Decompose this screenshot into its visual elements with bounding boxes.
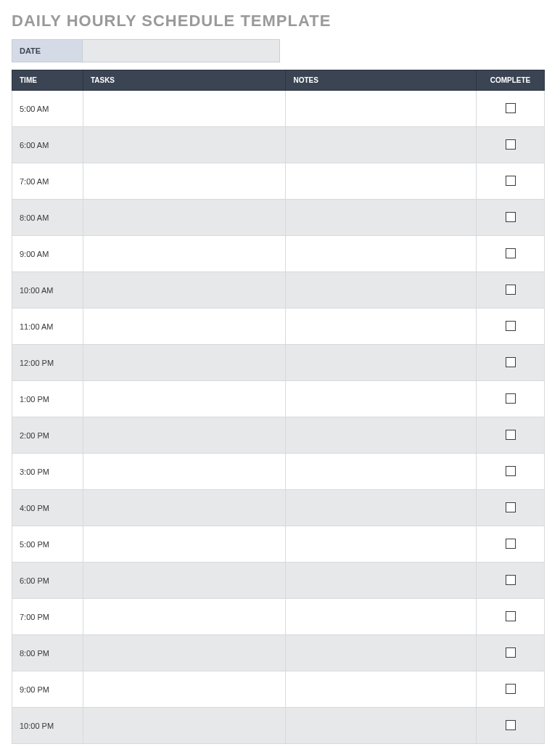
notes-cell[interactable] xyxy=(286,345,477,381)
notes-cell[interactable] xyxy=(286,127,477,163)
time-cell: 9:00 PM xyxy=(12,671,83,708)
complete-checkbox[interactable] xyxy=(506,393,516,404)
tasks-cell[interactable] xyxy=(83,200,286,236)
table-row: 7:00 AM xyxy=(12,163,545,200)
notes-cell[interactable] xyxy=(286,381,477,417)
complete-cell xyxy=(477,272,545,308)
time-cell: 10:00 PM xyxy=(12,708,83,744)
complete-checkbox[interactable] xyxy=(506,212,516,222)
notes-cell[interactable] xyxy=(286,526,477,563)
notes-cell[interactable] xyxy=(286,200,477,236)
date-row: DATE xyxy=(12,39,280,62)
complete-checkbox[interactable] xyxy=(506,139,516,150)
time-cell: 6:00 AM xyxy=(12,127,83,163)
complete-checkbox[interactable] xyxy=(506,176,516,186)
notes-cell[interactable] xyxy=(286,563,477,599)
time-cell: 2:00 PM xyxy=(12,417,83,454)
notes-cell[interactable] xyxy=(286,635,477,671)
complete-checkbox[interactable] xyxy=(506,103,516,113)
tasks-cell[interactable] xyxy=(83,127,286,163)
complete-cell xyxy=(477,417,545,454)
notes-cell[interactable] xyxy=(286,272,477,308)
complete-cell xyxy=(477,635,545,671)
complete-cell xyxy=(477,308,545,345)
tasks-cell[interactable] xyxy=(83,236,286,272)
tasks-cell[interactable] xyxy=(83,163,286,200)
complete-cell xyxy=(477,91,545,127)
tasks-cell[interactable] xyxy=(83,671,286,708)
tasks-cell[interactable] xyxy=(83,454,286,490)
notes-cell[interactable] xyxy=(286,599,477,635)
complete-cell xyxy=(477,708,545,744)
time-cell: 7:00 AM xyxy=(12,163,83,200)
table-row: 7:00 PM xyxy=(12,599,545,635)
table-row: 10:00 AM xyxy=(12,272,545,308)
complete-cell xyxy=(477,599,545,635)
notes-cell[interactable] xyxy=(286,454,477,490)
complete-checkbox[interactable] xyxy=(506,575,516,585)
complete-checkbox[interactable] xyxy=(506,285,516,295)
table-row: 1:00 PM xyxy=(12,381,545,417)
complete-cell xyxy=(477,490,545,526)
notes-cell[interactable] xyxy=(286,490,477,526)
table-row: 5:00 PM xyxy=(12,526,545,563)
header-notes: NOTES xyxy=(286,70,477,91)
complete-checkbox[interactable] xyxy=(506,357,516,367)
time-cell: 8:00 PM xyxy=(12,635,83,671)
time-cell: 1:00 PM xyxy=(12,381,83,417)
tasks-cell[interactable] xyxy=(83,708,286,744)
complete-checkbox[interactable] xyxy=(506,466,516,476)
notes-cell[interactable] xyxy=(286,163,477,200)
time-cell: 9:00 AM xyxy=(12,236,83,272)
time-cell: 12:00 PM xyxy=(12,345,83,381)
complete-checkbox[interactable] xyxy=(506,430,516,440)
complete-checkbox[interactable] xyxy=(506,539,516,549)
table-row: 6:00 AM xyxy=(12,127,545,163)
complete-checkbox[interactable] xyxy=(506,647,516,658)
tasks-cell[interactable] xyxy=(83,272,286,308)
page-title: DAILY HOURLY SCHEDULE TEMPLATE xyxy=(12,12,548,30)
complete-checkbox[interactable] xyxy=(506,321,516,331)
complete-checkbox[interactable] xyxy=(506,611,516,621)
complete-checkbox[interactable] xyxy=(506,502,516,512)
tasks-cell[interactable] xyxy=(83,417,286,454)
time-cell: 7:00 PM xyxy=(12,599,83,635)
time-cell: 5:00 PM xyxy=(12,526,83,563)
complete-cell xyxy=(477,163,545,200)
tasks-cell[interactable] xyxy=(83,599,286,635)
tasks-cell[interactable] xyxy=(83,563,286,599)
tasks-cell[interactable] xyxy=(83,381,286,417)
tasks-cell[interactable] xyxy=(83,91,286,127)
complete-cell xyxy=(477,454,545,490)
schedule-table: TIME TASKS NOTES COMPLETE 5:00 AM6:00 AM… xyxy=(12,70,545,744)
complete-checkbox[interactable] xyxy=(506,248,516,258)
time-cell: 3:00 PM xyxy=(12,454,83,490)
notes-cell[interactable] xyxy=(286,417,477,454)
header-complete: COMPLETE xyxy=(477,70,545,91)
table-row: 5:00 AM xyxy=(12,91,545,127)
complete-cell xyxy=(477,671,545,708)
tasks-cell[interactable] xyxy=(83,635,286,671)
notes-cell[interactable] xyxy=(286,671,477,708)
tasks-cell[interactable] xyxy=(83,308,286,345)
table-row: 3:00 PM xyxy=(12,454,545,490)
complete-cell xyxy=(477,563,545,599)
notes-cell[interactable] xyxy=(286,236,477,272)
notes-cell[interactable] xyxy=(286,308,477,345)
table-row: 9:00 PM xyxy=(12,671,545,708)
complete-checkbox[interactable] xyxy=(506,684,516,694)
notes-cell[interactable] xyxy=(286,91,477,127)
complete-cell xyxy=(477,200,545,236)
date-input[interactable] xyxy=(83,39,280,62)
time-cell: 8:00 AM xyxy=(12,200,83,236)
tasks-cell[interactable] xyxy=(83,490,286,526)
complete-checkbox[interactable] xyxy=(506,720,516,730)
table-row: 8:00 AM xyxy=(12,200,545,236)
notes-cell[interactable] xyxy=(286,708,477,744)
time-cell: 5:00 AM xyxy=(12,91,83,127)
tasks-cell[interactable] xyxy=(83,345,286,381)
table-row: 6:00 PM xyxy=(12,563,545,599)
table-row: 9:00 AM xyxy=(12,236,545,272)
tasks-cell[interactable] xyxy=(83,526,286,563)
table-row: 8:00 PM xyxy=(12,635,545,671)
